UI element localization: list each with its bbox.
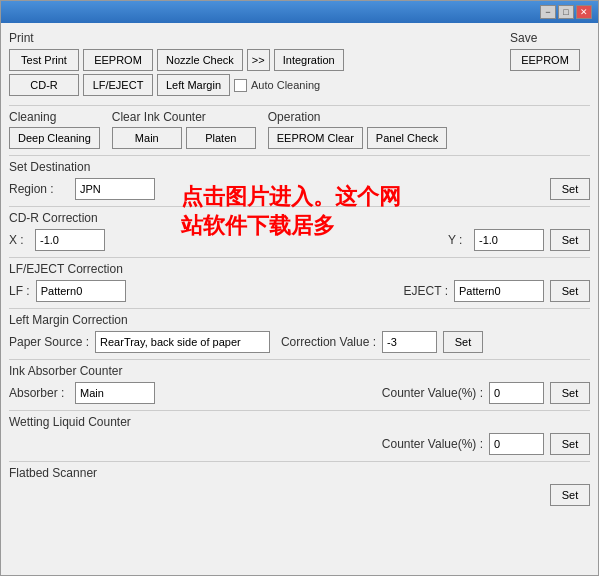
separator-1 xyxy=(9,105,590,106)
deep-cleaning-button[interactable]: Deep Cleaning xyxy=(9,127,100,149)
lf-eject-row: LF : Pattern0 EJECT : Pattern0 Set xyxy=(9,280,590,302)
auto-cleaning-label: Auto Cleaning xyxy=(251,79,320,91)
arrow-button[interactable]: >> xyxy=(247,49,270,71)
left-margin-correction-label: Left Margin Correction xyxy=(9,313,590,327)
lf-select-wrapper: Pattern0 xyxy=(36,280,126,302)
auto-cleaning-checkbox-label[interactable]: Auto Cleaning xyxy=(234,79,320,92)
correction-value-select[interactable]: -3 xyxy=(382,331,437,353)
save-eeprom-button[interactable]: EEPROM xyxy=(510,49,580,71)
clear-ink-group: Clear Ink Counter Main Platen xyxy=(112,110,256,149)
lf-label: LF : xyxy=(9,284,30,298)
clear-ink-platen-button[interactable]: Platen xyxy=(186,127,256,149)
lf-eject-correction-section: LF/EJECT Correction LF : Pattern0 EJECT … xyxy=(9,262,590,302)
paper-source-wrapper: RearTray, back side of paper xyxy=(95,331,270,353)
clear-ink-main-button[interactable]: Main xyxy=(112,127,182,149)
eject-select-wrapper: Pattern0 xyxy=(454,280,544,302)
save-label: Save xyxy=(510,31,537,45)
region-select-wrapper: JPN xyxy=(75,178,155,200)
window-controls: − □ ✕ xyxy=(540,5,592,19)
correction-value-wrapper: -3 xyxy=(382,331,437,353)
ink-absorber-label: Ink Absorber Counter xyxy=(9,364,590,378)
region-row: Region : JPN Set xyxy=(9,178,590,200)
wetting-liquid-label: Wetting Liquid Counter xyxy=(9,415,590,429)
wetting-liquid-row: Counter Value(%) : 0 Set xyxy=(9,433,590,455)
cleaning-label: Cleaning xyxy=(9,110,100,124)
wetting-counter-value-select[interactable]: 0 xyxy=(489,433,544,455)
auto-cleaning-checkbox[interactable] xyxy=(234,79,247,92)
flatbed-scanner-label: Flatbed Scanner xyxy=(9,466,590,480)
separator-8 xyxy=(9,461,590,462)
cd-r-y-label: Y : xyxy=(448,233,468,247)
maximize-button[interactable]: □ xyxy=(558,5,574,19)
operation-group: Operation EEPROM Clear Panel Check xyxy=(268,110,447,149)
left-margin-set-button[interactable]: Set xyxy=(443,331,483,353)
eeprom-clear-button[interactable]: EEPROM Clear xyxy=(268,127,363,149)
panel-check-button[interactable]: Panel Check xyxy=(367,127,447,149)
cd-r-button[interactable]: CD-R xyxy=(9,74,79,96)
correction-value-label: Correction Value : xyxy=(276,335,376,349)
cd-r-set-button[interactable]: Set xyxy=(550,229,590,251)
cleaning-btn-row: Deep Cleaning xyxy=(9,127,100,149)
set-destination-label: Set Destination xyxy=(9,160,590,174)
left-margin-correction-section: Left Margin Correction Paper Source : Re… xyxy=(9,313,590,353)
operation-label: Operation xyxy=(268,110,447,124)
separator-4 xyxy=(9,257,590,258)
save-section: Save EEPROM xyxy=(510,31,590,71)
set-destination-set-button[interactable]: Set xyxy=(550,178,590,200)
cd-r-xy-row: X : -1.0 Y : -1.0 Set xyxy=(9,229,590,251)
cd-r-x-label: X : xyxy=(9,233,29,247)
titlebar: − □ ✕ xyxy=(1,1,598,23)
flatbed-scanner-section: Flatbed Scanner Set xyxy=(9,466,590,506)
cd-r-y-select[interactable]: -1.0 xyxy=(474,229,544,251)
close-button[interactable]: ✕ xyxy=(576,5,592,19)
lf-eject-set-button[interactable]: Set xyxy=(550,280,590,302)
print-label: Print xyxy=(9,31,510,45)
absorber-label: Absorber : xyxy=(9,386,69,400)
cd-r-y-wrapper: -1.0 xyxy=(474,229,544,251)
minimize-button[interactable]: − xyxy=(540,5,556,19)
cd-r-x-select[interactable]: -1.0 xyxy=(35,229,105,251)
region-select[interactable]: JPN xyxy=(75,178,155,200)
print-section: Print Test Print EEPROM Nozzle Check >> … xyxy=(9,31,510,99)
lf-select[interactable]: Pattern0 xyxy=(36,280,126,302)
paper-source-select[interactable]: RearTray, back side of paper xyxy=(95,331,270,353)
cd-r-correction-label: CD-R Correction xyxy=(9,211,590,225)
main-window: − □ ✕ 点击图片进入。这个网 站软件下载居多 Print Test Prin… xyxy=(0,0,599,576)
separator-6 xyxy=(9,359,590,360)
separator-3 xyxy=(9,206,590,207)
absorber-select-wrapper: Main xyxy=(75,382,155,404)
test-print-button[interactable]: Test Print xyxy=(9,49,79,71)
wetting-liquid-set-button[interactable]: Set xyxy=(550,433,590,455)
set-destination-section: Set Destination Region : JPN Set xyxy=(9,160,590,200)
ink-absorber-section: Ink Absorber Counter Absorber : Main Cou… xyxy=(9,364,590,404)
eject-label: EJECT : xyxy=(404,284,448,298)
separator-7 xyxy=(9,410,590,411)
main-content: 点击图片进入。这个网 站软件下载居多 Print Test Print EEPR… xyxy=(1,23,598,575)
print-row-2: CD-R LF/EJECT Left Margin Auto Cleaning xyxy=(9,74,510,96)
ink-counter-value-select[interactable]: 0 xyxy=(489,382,544,404)
flatbed-scanner-set-button[interactable]: Set xyxy=(550,484,590,506)
wetting-counter-value-wrapper: 0 xyxy=(489,433,544,455)
clear-ink-label: Clear Ink Counter xyxy=(112,110,256,124)
cleaning-group: Cleaning Deep Cleaning xyxy=(9,110,100,149)
separator-5 xyxy=(9,308,590,309)
left-margin-button[interactable]: Left Margin xyxy=(157,74,230,96)
ink-counter-value-wrapper: 0 xyxy=(489,382,544,404)
cd-r-x-wrapper: -1.0 xyxy=(35,229,105,251)
eject-select[interactable]: Pattern0 xyxy=(454,280,544,302)
region-label: Region : xyxy=(9,182,69,196)
nozzle-check-button[interactable]: Nozzle Check xyxy=(157,49,243,71)
left-margin-row: Paper Source : RearTray, back side of pa… xyxy=(9,331,590,353)
ink-absorber-row: Absorber : Main Counter Value(%) : 0 Set xyxy=(9,382,590,404)
wetting-counter-value-label: Counter Value(%) : xyxy=(373,437,483,451)
absorber-select[interactable]: Main xyxy=(75,382,155,404)
wetting-liquid-section: Wetting Liquid Counter Counter Value(%) … xyxy=(9,415,590,455)
print-row-1: Test Print EEPROM Nozzle Check >> Integr… xyxy=(9,49,510,71)
separator-2 xyxy=(9,155,590,156)
integration-button[interactable]: Integration xyxy=(274,49,344,71)
eeprom-print-button[interactable]: EEPROM xyxy=(83,49,153,71)
operation-btn-row: EEPROM Clear Panel Check xyxy=(268,127,447,149)
ink-absorber-set-button[interactable]: Set xyxy=(550,382,590,404)
lf-eject-button[interactable]: LF/EJECT xyxy=(83,74,153,96)
print-save-section: Print Test Print EEPROM Nozzle Check >> … xyxy=(9,31,590,99)
